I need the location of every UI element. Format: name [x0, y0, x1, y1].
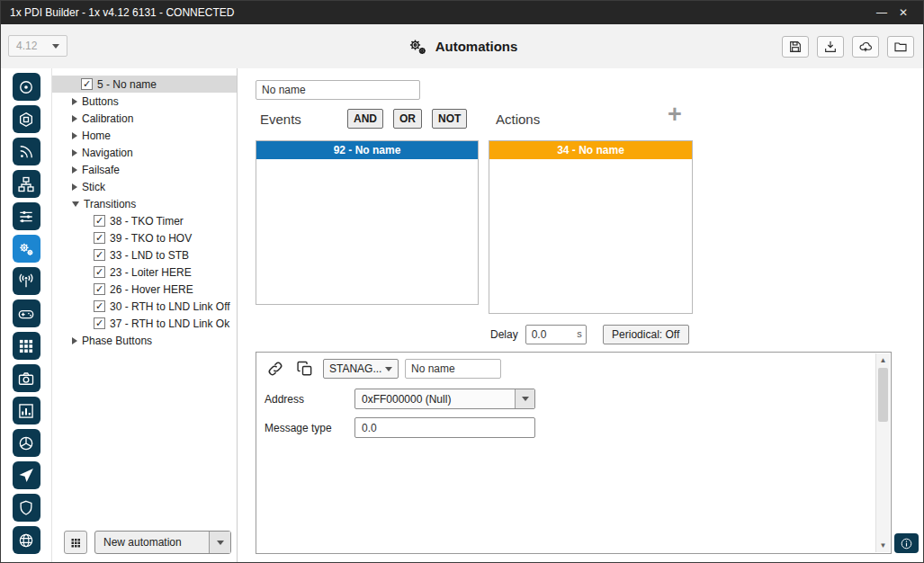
- tree-item-label: 39 - TKO to HOV: [110, 232, 192, 245]
- copy-icon: [296, 360, 314, 378]
- tree-item-transition[interactable]: 23 - Loiter HERE: [52, 264, 237, 281]
- tree-item-label: Failsafe: [82, 164, 120, 176]
- sidebar-item-veronte[interactable]: [13, 73, 40, 101]
- tree-group-transitions[interactable]: Transitions: [52, 195, 237, 212]
- scrollbar-thumb[interactable]: [878, 368, 888, 422]
- event-item[interactable]: 92 - No name: [256, 141, 478, 159]
- download-button[interactable]: [817, 36, 844, 58]
- file-actions: [782, 36, 914, 58]
- expand-arrow-icon[interactable]: [72, 132, 77, 139]
- scrollbar[interactable]: ▲ ▼: [875, 353, 890, 552]
- periodical-toggle[interactable]: Periodical: Off: [603, 325, 689, 344]
- save-button[interactable]: [782, 36, 809, 58]
- sidebar-item-devices[interactable]: [13, 170, 40, 198]
- address-dropdown[interactable]: 0xFF000000 (Null): [354, 389, 535, 409]
- checkbox[interactable]: [94, 266, 105, 278]
- cloud-upload-button[interactable]: [852, 36, 879, 58]
- tree-group-phase-buttons[interactable]: Phase Buttons: [52, 332, 237, 349]
- and-button[interactable]: AND: [347, 109, 383, 129]
- tree-item-transition[interactable]: 33 - LND to STB: [52, 246, 237, 264]
- globe-icon: [17, 532, 35, 550]
- actions-label: Actions: [496, 112, 540, 127]
- action-type-dropdown[interactable]: STANAG...: [323, 359, 399, 379]
- folder-icon: [893, 39, 908, 55]
- message-type-input[interactable]: [354, 417, 535, 438]
- sidebar-item-chart[interactable]: [13, 397, 40, 424]
- expand-arrow-icon[interactable]: [72, 337, 77, 344]
- checkbox[interactable]: [94, 232, 105, 244]
- sidebar-item-automations[interactable]: [13, 235, 40, 263]
- sidebar-item-keypad[interactable]: [13, 332, 40, 360]
- sidebar-item-antenna[interactable]: [13, 267, 40, 295]
- tree-item-transition[interactable]: 37 - RTH to LND Link Ok: [52, 315, 237, 332]
- tree-group-failsafe[interactable]: Failsafe: [52, 161, 237, 178]
- expand-arrow-icon[interactable]: [72, 149, 77, 156]
- sidebar-item-telemetry[interactable]: [13, 138, 40, 165]
- scroll-down-icon[interactable]: ▼: [876, 539, 890, 552]
- tree-item-transition[interactable]: 26 - Hover HERE: [52, 281, 237, 298]
- checkbox[interactable]: [94, 215, 105, 227]
- app-window: 1x PDI Builder - 1x v4.12 6131 - CONNECT…: [0, 0, 924, 563]
- tree-item-transition[interactable]: 38 - TKO Timer: [52, 212, 237, 229]
- tree-item-label: 23 - Loiter HERE: [110, 266, 192, 279]
- action-item[interactable]: 34 - No name: [489, 141, 692, 159]
- expand-arrow-icon[interactable]: [72, 166, 77, 174]
- tree-item-label: Transitions: [84, 198, 136, 210]
- expand-arrow-icon[interactable]: [72, 98, 77, 105]
- expand-arrow-icon[interactable]: [72, 115, 77, 122]
- new-automation-label: New automation: [95, 532, 209, 553]
- scroll-up-icon[interactable]: ▲: [876, 353, 890, 367]
- tree-group-navigation[interactable]: Navigation: [52, 144, 237, 161]
- bar-chart-icon: [17, 402, 35, 420]
- tree-item-transition[interactable]: 30 - RTH to LND Link Off: [52, 298, 237, 315]
- checkbox[interactable]: [81, 78, 93, 90]
- collapse-arrow-icon[interactable]: [72, 201, 79, 207]
- delay-field: s: [525, 325, 587, 344]
- tree-group-calibration[interactable]: Calibration: [52, 110, 237, 127]
- tree-item-label: 37 - RTH to LND Link Ok: [110, 317, 229, 330]
- automation-tree-panel: 5 - No name Buttons Calibration Home Nav…: [52, 68, 238, 562]
- checkbox[interactable]: [94, 317, 105, 329]
- sidebar-item-airplane[interactable]: [13, 461, 40, 489]
- not-button[interactable]: NOT: [432, 109, 467, 129]
- add-action-icon[interactable]: +: [668, 103, 682, 127]
- antenna-icon: [17, 273, 35, 290]
- link-button[interactable]: [264, 358, 287, 380]
- close-button[interactable]: ✕: [893, 6, 914, 19]
- grid-icon: [70, 536, 81, 550]
- pie-icon: [17, 434, 35, 452]
- sidebar-item-shield[interactable]: [13, 494, 40, 522]
- checkbox[interactable]: [94, 300, 105, 312]
- tree-footer: New automation: [64, 531, 231, 554]
- info-button[interactable]: [894, 533, 919, 553]
- hierarchy-icon: [17, 175, 35, 193]
- tree-group-stick[interactable]: Stick: [52, 178, 237, 195]
- tree-group-home[interactable]: Home: [52, 127, 237, 144]
- tree-group-buttons[interactable]: Buttons: [52, 93, 237, 110]
- sidebar-item-sliders[interactable]: [13, 202, 40, 230]
- sidebar-item-globe[interactable]: [13, 526, 40, 554]
- new-automation-button[interactable]: New automation: [94, 531, 231, 554]
- minimize-button[interactable]: —: [871, 6, 893, 19]
- titlebar: 1x PDI Builder - 1x v4.12 6131 - CONNECT…: [1, 1, 923, 24]
- new-automation-dropdown[interactable]: [209, 532, 230, 553]
- automation-name-input[interactable]: [256, 80, 420, 100]
- top-toolbar: 4.12 Automations: [1, 24, 923, 69]
- camera-icon: [17, 370, 35, 388]
- tree-item-transition[interactable]: 39 - TKO to HOV: [52, 229, 237, 246]
- tree-item-label: 26 - Hover HERE: [110, 283, 193, 296]
- sidebar-item-hexagon-module[interactable]: [13, 105, 40, 133]
- checkbox[interactable]: [94, 249, 105, 261]
- grid-view-button[interactable]: [64, 531, 87, 554]
- sidebar-item-palette[interactable]: [13, 429, 40, 457]
- checkbox[interactable]: [94, 283, 105, 295]
- sidebar-item-joystick[interactable]: [13, 299, 40, 327]
- expand-arrow-icon[interactable]: [72, 183, 77, 191]
- or-button[interactable]: OR: [393, 109, 422, 129]
- sidebar-item-camera[interactable]: [13, 364, 40, 392]
- copy-button[interactable]: [293, 358, 317, 380]
- action-name-input[interactable]: [405, 359, 501, 379]
- open-folder-button[interactable]: [887, 36, 914, 58]
- tree-root-item[interactable]: 5 - No name: [52, 76, 237, 93]
- airplane-icon: [17, 467, 35, 485]
